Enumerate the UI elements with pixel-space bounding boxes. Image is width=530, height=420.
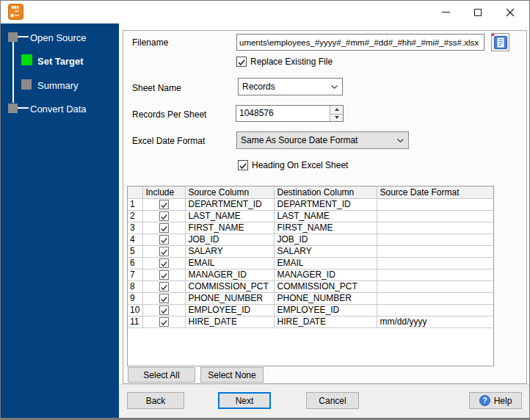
include-checkbox[interactable] [159, 305, 169, 315]
select-none-button[interactable]: Select None [200, 367, 264, 383]
step-marker-square [21, 79, 32, 90]
checkbox-box [236, 57, 247, 67]
source-column-cell[interactable]: DEPARTMENT_ID [185, 198, 274, 210]
source-date-format-cell[interactable] [377, 280, 493, 292]
source-column-cell[interactable]: COMMISSION_PCT [185, 280, 274, 292]
destination-column-cell[interactable]: EMAIL [274, 257, 377, 269]
include-cell [142, 210, 185, 222]
step-open-source[interactable]: Open Source [1, 32, 119, 44]
row-number-cell: 5 [128, 245, 142, 257]
source-column-cell[interactable]: EMPLOYEE_ID [185, 304, 274, 316]
row-number-cell: 2 [128, 210, 142, 222]
browse-file-button[interactable] [491, 33, 509, 51]
destination-column-cell[interactable]: HIRE_DATE [274, 316, 377, 327]
step-marker-square [8, 32, 18, 42]
step-convert-data[interactable]: Convert Data [1, 103, 119, 115]
column-table-body: 1 DEPARTMENT_ID DEPARTMENT_ID 2 LAST_NAM… [128, 198, 493, 327]
include-checkbox[interactable] [159, 247, 169, 256]
destination-column-cell[interactable]: SALARY [274, 245, 377, 257]
spin-down-button[interactable] [330, 114, 343, 122]
spin-up-button[interactable] [330, 106, 343, 114]
include-cell [142, 292, 185, 304]
source-date-format-cell[interactable]: mm/dd/yyyy [377, 316, 493, 327]
bottom-button-bar: Back Next Cancel ? Help [119, 384, 529, 418]
destination-column-cell[interactable]: EMPLOYEE_ID [274, 304, 377, 316]
main-area: Filename [119, 23, 529, 418]
help-button[interactable]: ? Help [469, 392, 522, 409]
checkmark-icon [160, 260, 168, 268]
wizard-window: Open Source Set Target Summary Convert D… [0, 0, 530, 420]
include-checkbox[interactable] [159, 282, 169, 292]
source-column-cell[interactable]: HIRE_DATE [185, 316, 274, 327]
cancel-button[interactable]: Cancel [306, 392, 359, 409]
sheet-name-combobox[interactable]: Records [238, 78, 343, 95]
excel-date-format-dropdown[interactable]: Same As Source Date Format [236, 131, 409, 149]
include-checkbox[interactable] [159, 223, 169, 233]
include-header: Include [142, 187, 185, 198]
checkmark-icon [160, 272, 168, 280]
source-column-cell[interactable]: EMAIL [185, 257, 274, 269]
include-cell [142, 316, 185, 327]
tree-connector-line [12, 41, 14, 103]
include-checkbox[interactable] [159, 270, 169, 280]
row-number-cell: 9 [128, 292, 142, 304]
destination-column-cell[interactable]: DEPARTMENT_ID [274, 198, 377, 210]
sheet-name-label: Sheet Name [132, 83, 181, 94]
source-date-format-cell[interactable] [377, 222, 493, 233]
source-column-cell[interactable]: FIRST_NAME [185, 222, 274, 233]
close-icon [506, 8, 515, 17]
step-summary[interactable]: Summary [1, 79, 119, 91]
source-date-format-cell[interactable] [377, 245, 493, 257]
destination-column-cell[interactable]: PHONE_NUMBER [274, 292, 377, 304]
include-checkbox[interactable] [159, 294, 169, 303]
step-label: Open Source [30, 32, 87, 43]
checkmark-icon [160, 248, 168, 256]
include-checkbox[interactable] [159, 211, 169, 221]
source-date-format-cell[interactable] [377, 257, 493, 269]
source-date-format-cell[interactable] [377, 292, 493, 304]
checkmark-icon [160, 307, 168, 315]
row-number-cell: 3 [128, 222, 142, 233]
destination-column-cell[interactable]: MANAGER_ID [274, 269, 377, 280]
arrow-up-icon [335, 108, 339, 111]
step-set-target[interactable]: Set Target [1, 54, 119, 67]
select-all-button[interactable]: Select All [128, 367, 195, 383]
chevron-down-icon [392, 139, 408, 142]
maximize-button[interactable] [462, 1, 494, 23]
row-number-cell: 8 [128, 280, 142, 292]
spinner-value: 1048576 [236, 106, 330, 121]
chevron-down-icon [326, 85, 342, 89]
source-column-cell[interactable]: SALARY [185, 245, 274, 257]
source-date-format-cell[interactable] [377, 269, 493, 280]
checkmark-icon [237, 58, 246, 67]
filename-input[interactable] [236, 34, 484, 51]
include-checkbox[interactable] [159, 317, 169, 327]
minimize-button[interactable] [429, 1, 462, 23]
source-column-cell[interactable]: JOB_ID [185, 233, 274, 245]
destination-column-cell[interactable]: FIRST_NAME [274, 222, 377, 233]
replace-existing-file-checkbox[interactable]: Replace Existing File [236, 57, 333, 67]
source-date-format-cell[interactable] [377, 233, 493, 245]
records-per-sheet-spinner[interactable]: 1048576 [236, 105, 344, 122]
source-column-cell[interactable]: MANAGER_ID [185, 269, 274, 280]
destination-column-cell[interactable]: COMMISSION_PCT [274, 280, 377, 292]
close-button[interactable] [494, 1, 526, 23]
source-date-format-cell[interactable] [377, 210, 493, 222]
include-checkbox[interactable] [159, 200, 169, 209]
include-checkbox[interactable] [159, 235, 169, 245]
include-cell [142, 257, 185, 269]
heading-on-excel-sheet-checkbox[interactable]: Heading On Excel Sheet [238, 160, 348, 170]
column-mapping-grid: Include Source Column Destination Column… [127, 186, 494, 366]
include-checkbox[interactable] [159, 258, 169, 268]
destination-column-cell[interactable]: JOB_ID [274, 233, 377, 245]
source-column-cell[interactable]: PHONE_NUMBER [185, 292, 274, 304]
source-column-cell[interactable]: LAST_NAME [185, 210, 274, 222]
table-row: 3 FIRST_NAME FIRST_NAME [128, 222, 493, 233]
destination-column-cell[interactable]: LAST_NAME [274, 210, 377, 222]
target-options-panel: Filename [123, 30, 527, 384]
next-button[interactable]: Next [218, 392, 271, 409]
back-button[interactable]: Back [127, 392, 184, 409]
window-body: Open Source Set Target Summary Convert D… [1, 23, 529, 418]
source-date-format-cell[interactable] [377, 304, 493, 316]
source-date-format-cell[interactable] [377, 198, 493, 210]
